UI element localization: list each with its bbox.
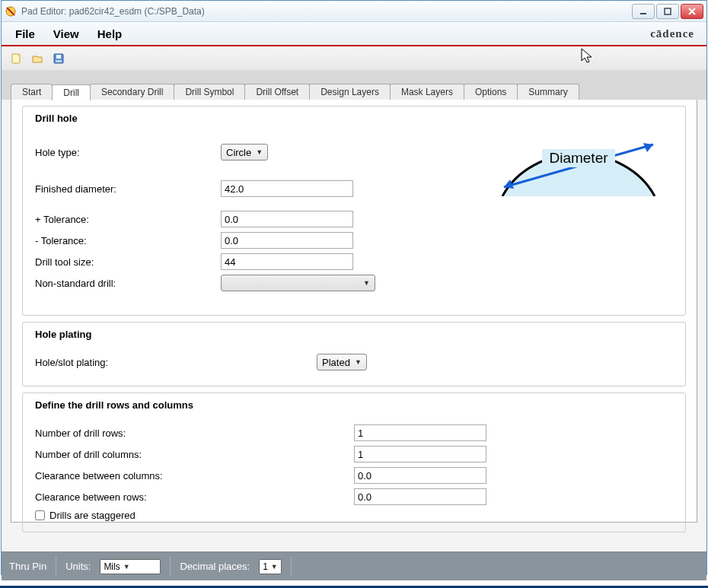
plus-tolerance-label: + Tolerance: [35, 214, 221, 225]
minus-tolerance-label: - Tolerance: [35, 235, 221, 246]
clearance-cols-label: Clearance between columns: [35, 470, 354, 482]
svg-rect-2 [665, 8, 671, 14]
menubar: File View Help cādence [2, 22, 706, 45]
drill-tool-size-label: Drill tool size: [35, 256, 221, 268]
tabbar: Start Drill Secondary Drill Drill Symbol… [2, 71, 706, 100]
tab-drill-symbol[interactable]: Drill Symbol [174, 84, 245, 100]
drill-tool-size-input[interactable] [221, 253, 353, 270]
divider [291, 557, 292, 577]
non-standard-drill-select[interactable]: ▼ [221, 275, 375, 291]
save-file-icon[interactable] [50, 50, 67, 67]
svg-rect-5 [56, 55, 61, 59]
status-thru-pin: Thru Pin [9, 561, 46, 572]
tab-start[interactable]: Start [11, 84, 53, 100]
plus-tolerance-input[interactable] [221, 211, 353, 227]
tab-options[interactable]: Options [464, 84, 518, 100]
non-standard-drill-label: Non-standard drill: [35, 278, 221, 289]
hole-type-label: Hole type: [35, 147, 221, 158]
group-title-rows-cols: Define the drill rows and columns [32, 399, 196, 411]
menu-help[interactable]: Help [88, 24, 132, 43]
group-drill-hole: Drill hole Diameter Hole type: Circle ▼ [22, 106, 686, 316]
tab-drill-offset[interactable]: Drill Offset [244, 84, 310, 100]
statusbar: Thru Pin Units: Mils ▼ Decimal places: 1… [2, 551, 706, 580]
decimal-places-label: Decimal places: [180, 561, 250, 572]
chevron-down-icon: ▼ [355, 358, 362, 366]
svg-rect-6 [56, 60, 62, 62]
chevron-down-icon: ▼ [271, 563, 278, 571]
minimize-button[interactable] [632, 4, 655, 19]
tab-design-layers[interactable]: Design Layers [309, 84, 391, 100]
close-button[interactable] [681, 4, 703, 19]
hole-slot-plating-label: Hole/slot plating: [35, 357, 317, 368]
tab-secondary-drill[interactable]: Secondary Drill [90, 84, 174, 100]
clearance-cols-input[interactable] [354, 467, 486, 484]
tab-mask-layers[interactable]: Mask Layers [390, 84, 464, 100]
menu-view[interactable]: View [44, 24, 88, 43]
app-icon [5, 5, 17, 17]
group-rows-cols: Define the drill rows and columns Number… [22, 393, 686, 532]
hole-type-value: Circle [226, 147, 251, 158]
clearance-rows-label: Clearance between rows: [35, 491, 354, 503]
divider [170, 557, 171, 577]
svg-text:Diameter: Diameter [549, 150, 608, 166]
finished-diameter-label: Finished diameter: [35, 183, 221, 195]
units-select[interactable]: Mils ▼ [100, 559, 161, 574]
chevron-down-icon: ▼ [363, 279, 370, 287]
brand-logo: cādence [650, 27, 702, 40]
num-drill-cols-label: Number of drill columns: [35, 449, 354, 460]
group-title-drill-hole: Drill hole [32, 113, 81, 124]
divider [56, 557, 56, 577]
clearance-rows-input[interactable] [354, 488, 486, 505]
maximize-button[interactable] [656, 4, 679, 19]
chevron-down-icon: ▼ [123, 563, 130, 571]
decimal-places-value: 1 [263, 561, 268, 572]
drills-staggered-label: Drills are staggered [49, 510, 136, 521]
drill-panel: Drill hole Diameter Hole type: Circle ▼ [11, 100, 697, 523]
open-file-icon[interactable] [29, 50, 46, 67]
toolbar [2, 46, 706, 71]
units-value: Mils [104, 561, 120, 572]
menu-file[interactable]: File [6, 24, 44, 43]
hole-slot-plating-value: Plated [322, 357, 350, 368]
window-title: Pad Editor: pad62cir42_esdm (C:/SPB_Data… [21, 6, 630, 17]
new-file-icon[interactable] [8, 50, 24, 67]
hole-preview: Diameter [487, 113, 670, 196]
hole-slot-plating-select[interactable]: Plated ▼ [317, 354, 367, 370]
decimal-places-select[interactable]: 1 ▼ [259, 559, 282, 574]
num-drill-rows-label: Number of drill rows: [35, 427, 354, 439]
tab-drill[interactable]: Drill [52, 84, 91, 100]
group-hole-plating: Hole plating Hole/slot plating: Plated ▼ [22, 322, 686, 386]
minus-tolerance-input[interactable] [221, 232, 353, 249]
group-title-hole-plating: Hole plating [32, 329, 94, 340]
hole-type-select[interactable]: Circle ▼ [221, 144, 268, 161]
titlebar: Pad Editor: pad62cir42_esdm (C:/SPB_Data… [2, 1, 706, 22]
num-drill-cols-input[interactable] [354, 446, 486, 462]
svg-rect-1 [640, 13, 646, 14]
finished-diameter-input[interactable] [221, 180, 353, 197]
chevron-down-icon: ▼ [256, 148, 263, 156]
num-drill-rows-input[interactable] [354, 424, 486, 441]
tab-summary[interactable]: Summary [517, 84, 579, 100]
units-label: Units: [65, 561, 91, 572]
drills-staggered-checkbox[interactable] [35, 510, 45, 520]
